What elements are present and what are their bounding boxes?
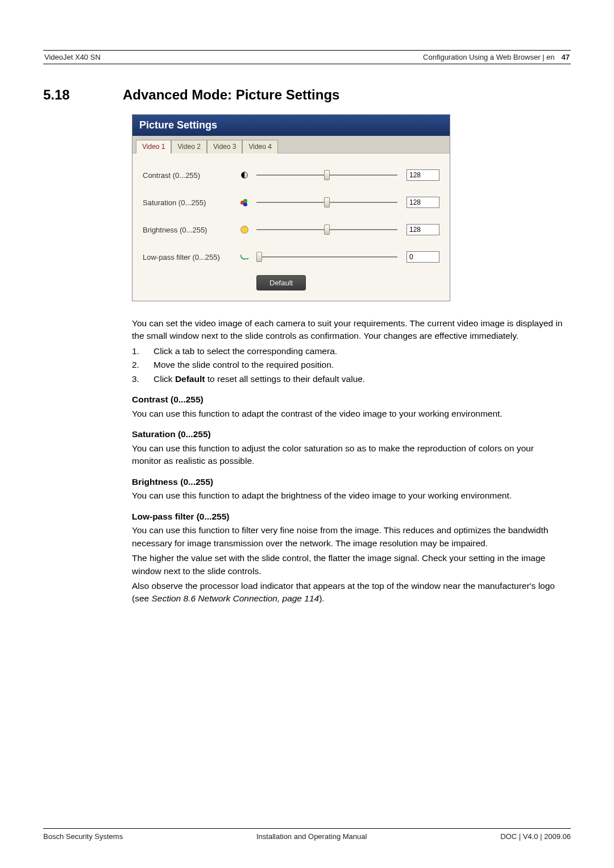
list-item: 1. Click a tab to select the correspondi… (132, 345, 564, 358)
section-heading: 5.18 Advanced Mode: Picture Settings (43, 87, 571, 103)
section-title: Advanced Mode: Picture Settings (123, 87, 339, 103)
brightness-body: You can use this function to adapt the b… (132, 489, 564, 502)
saturation-slider[interactable] (256, 198, 397, 207)
intro-text: You can set the video image of each came… (132, 317, 564, 343)
page-header: VideoJet X40 SN Configuration Using a We… (43, 53, 571, 64)
contrast-row: Contrast (0...255) (143, 169, 439, 181)
contrast-heading: Contrast (0...255) (132, 393, 564, 406)
lowpass-row: Low-pass filter (0...255) (143, 251, 439, 263)
lowpass-heading: Low-pass filter (0...255) (132, 510, 564, 523)
tab-video-1[interactable]: Video 1 (136, 140, 171, 153)
brightness-row: Brightness (0...255) (143, 224, 439, 235)
contrast-label: Contrast (0...255) (143, 171, 239, 180)
breadcrumb: Configuration Using a Web Browser | en (423, 53, 554, 61)
contrast-input[interactable] (406, 169, 439, 181)
contrast-body: You can use this function to adapt the c… (132, 408, 564, 420)
panel-title: Picture Settings (132, 115, 450, 136)
saturation-body: You can use this function to adjust the … (132, 442, 564, 468)
tab-video-3[interactable]: Video 3 (207, 140, 242, 153)
list-item: 3. Click Default to reset all settings t… (132, 373, 564, 385)
page-footer: Bosch Security Systems Installation and … (43, 828, 571, 841)
lowpass-p1: You can use this function to filter very… (132, 524, 564, 550)
product-name: VideoJet X40 SN (44, 53, 101, 61)
footer-left: Bosch Security Systems (43, 832, 123, 841)
footer-center: Installation and Operating Manual (256, 832, 367, 841)
contrast-icon (239, 171, 250, 180)
saturation-heading: Saturation (0...255) (132, 428, 564, 441)
body-text: You can set the video image of each came… (132, 317, 564, 605)
video-tabs: Video 1 Video 2 Video 3 Video 4 (132, 136, 450, 153)
brightness-icon (239, 225, 250, 234)
lowpass-slider[interactable] (256, 252, 397, 261)
saturation-icon (239, 198, 250, 207)
tab-video-2[interactable]: Video 2 (171, 140, 206, 153)
page-number: 47 (562, 53, 570, 61)
footer-right: DOC | V4.0 | 2009.06 (500, 832, 571, 841)
tab-video-4[interactable]: Video 4 (242, 140, 277, 153)
lowpass-input[interactable] (406, 251, 439, 263)
contrast-slider[interactable] (256, 171, 397, 180)
brightness-heading: Brightness (0...255) (132, 476, 564, 488)
lowpass-icon (239, 252, 250, 261)
brightness-input[interactable] (406, 224, 439, 235)
saturation-label: Saturation (0...255) (143, 198, 239, 207)
saturation-input[interactable] (406, 197, 439, 208)
brightness-label: Brightness (0...255) (143, 226, 239, 234)
picture-settings-panel: Picture Settings Video 1 Video 2 Video 3… (132, 114, 450, 301)
lowpass-p3: Also observe the processor load indicato… (132, 580, 564, 605)
brightness-slider[interactable] (256, 225, 397, 234)
default-button[interactable]: Default (256, 275, 306, 290)
lowpass-p2: The higher the value set with the slide … (132, 552, 564, 578)
section-number: 5.18 (43, 87, 89, 103)
list-item: 2. Move the slide control to the require… (132, 359, 564, 371)
lowpass-label: Low-pass filter (0...255) (143, 253, 239, 261)
saturation-row: Saturation (0...255) (143, 197, 439, 208)
